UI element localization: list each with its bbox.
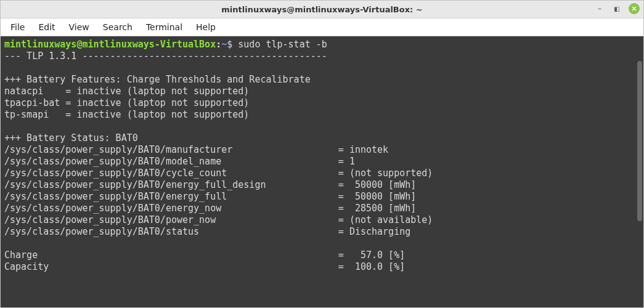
terminal-output[interactable]: mintlinuxways@mintlinuxways-VirtualBox:~… bbox=[1, 36, 636, 307]
maximize-button[interactable]: ◧ bbox=[611, 3, 622, 14]
menu-edit[interactable]: Edit bbox=[32, 20, 61, 34]
out-s3: /sys/class/power_supply/BAT0/cycle_count… bbox=[4, 168, 433, 179]
prompt-path: ~ bbox=[221, 39, 227, 50]
minimize-icon: – bbox=[598, 4, 601, 13]
title-bar: mintlinuxways@mintlinuxways-VirtualBox: … bbox=[1, 1, 643, 18]
out-feat-tpsmapi: tp-smapi = inactive (laptop not supporte… bbox=[4, 109, 249, 120]
menu-search[interactable]: Search bbox=[97, 20, 139, 34]
out-header: --- TLP 1.3.1 --------------------------… bbox=[4, 51, 327, 62]
terminal-scrollbar[interactable] bbox=[636, 36, 643, 307]
out-s8: /sys/class/power_supply/BAT0/status = Di… bbox=[4, 226, 410, 237]
out-feat-tpacpi: tpacpi-bat = inactive (laptop not suppor… bbox=[4, 97, 249, 108]
out-s2: /sys/class/power_supply/BAT0/model_name … bbox=[4, 156, 355, 167]
window-controls: – ◧ bbox=[594, 3, 640, 14]
out-s1: /sys/class/power_supply/BAT0/manufacture… bbox=[4, 144, 388, 155]
prompt-user-host: mintlinuxways@mintlinuxways-VirtualBox bbox=[4, 39, 216, 50]
out-status-header: +++ Battery Status: BAT0 bbox=[4, 132, 138, 144]
prompt-symbol: $ bbox=[227, 39, 232, 50]
terminal-window: mintlinuxways@mintlinuxways-VirtualBox: … bbox=[0, 0, 644, 308]
menu-help[interactable]: Help bbox=[190, 20, 222, 34]
scrollbar-thumb[interactable] bbox=[637, 61, 642, 221]
out-charge: Charge = 57.0 [%] bbox=[4, 249, 405, 261]
out-s7: /sys/class/power_supply/BAT0/power_now =… bbox=[4, 214, 433, 225]
out-s4: /sys/class/power_supply/BAT0/energy_full… bbox=[4, 179, 416, 190]
out-capacity: Capacity = 100.0 [%] bbox=[4, 261, 405, 272]
minimize-button[interactable]: – bbox=[594, 3, 605, 14]
out-s5: /sys/class/power_supply/BAT0/energy_full… bbox=[4, 191, 416, 202]
out-s6: /sys/class/power_supply/BAT0/energy_now … bbox=[4, 203, 416, 214]
prompt-command: sudo tlp-stat -b bbox=[238, 39, 327, 50]
close-icon bbox=[631, 6, 637, 12]
menu-view[interactable]: View bbox=[63, 20, 96, 34]
out-features-header: +++ Battery Features: Charge Thresholds … bbox=[4, 74, 311, 85]
menu-file[interactable]: File bbox=[4, 20, 31, 34]
menu-bar: File Edit View Search Terminal Help bbox=[1, 18, 643, 36]
close-button[interactable] bbox=[629, 3, 640, 14]
prompt-colon: : bbox=[216, 39, 221, 50]
window-title: mintlinuxways@mintlinuxways-VirtualBox: … bbox=[1, 5, 643, 14]
out-feat-natacpi: natacpi = inactive (laptop not supported… bbox=[4, 86, 249, 97]
terminal-area: mintlinuxways@mintlinuxways-VirtualBox:~… bbox=[1, 36, 643, 307]
menu-terminal[interactable]: Terminal bbox=[140, 20, 189, 34]
maximize-icon: ◧ bbox=[614, 6, 619, 12]
